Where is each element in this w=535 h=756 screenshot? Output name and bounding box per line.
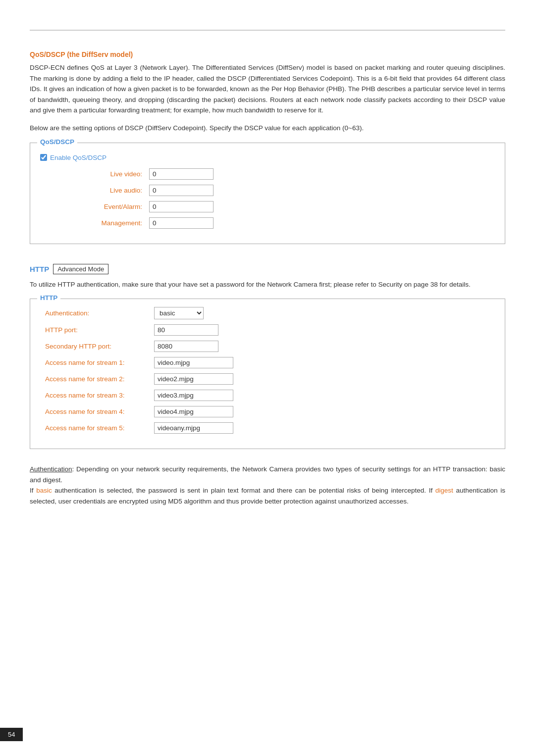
http-secondary-port-row: Secondary HTTP port:: [40, 341, 495, 352]
http-stream5-label: Access name for stream 5:: [40, 424, 154, 432]
http-stream1-input[interactable]: [154, 357, 233, 368]
http-stream2-row: Access name for stream 2:: [40, 373, 495, 385]
qos-management-row: Management:: [40, 217, 495, 229]
basic-highlight: basic: [36, 487, 52, 494]
qos-live-audio-label: Live audio:: [60, 187, 149, 194]
http-stream1-row: Access name for stream 1:: [40, 357, 495, 368]
http-authentication-select[interactable]: basic digest: [154, 307, 204, 319]
http-fieldset: HTTP Authentication: basic digest HTTP p…: [30, 299, 505, 449]
qos-live-audio-input[interactable]: [149, 185, 214, 196]
qos-section-title: QoS/DSCP (the DiffServ model): [30, 50, 505, 58]
http-stream5-row: Access name for stream 5:: [40, 422, 495, 434]
qos-event-alarm-label: Event/Alarm:: [60, 203, 149, 210]
http-stream4-row: Access name for stream 4:: [40, 406, 495, 417]
qos-management-input[interactable]: [149, 217, 214, 229]
http-authentication-label: Authentication:: [40, 309, 154, 317]
http-stream1-label: Access name for stream 1:: [40, 359, 154, 366]
http-secondary-port-label: Secondary HTTP port:: [40, 343, 154, 350]
http-stream3-row: Access name for stream 3:: [40, 390, 495, 401]
http-fieldset-legend: HTTP: [37, 294, 60, 302]
qos-event-alarm-row: Event/Alarm:: [40, 201, 495, 212]
http-port-input[interactable]: [154, 324, 218, 336]
http-port-row: HTTP port:: [40, 324, 495, 336]
enable-qos-label: Enable QoS/DSCP: [50, 154, 107, 161]
qos-live-audio-row: Live audio:: [40, 185, 495, 196]
qos-fieldset-legend: QoS/DSCP: [37, 138, 77, 146]
qos-fieldset: QoS/DSCP Enable QoS/DSCP Live video: Liv…: [30, 143, 505, 244]
page-number: 54: [0, 728, 23, 741]
qos-management-label: Management:: [60, 219, 149, 227]
qos-section: QoS/DSCP (the DiffServ model) DSCP-ECN d…: [30, 50, 505, 244]
qos-event-alarm-input[interactable]: [149, 201, 214, 212]
http-stream2-input[interactable]: [154, 373, 233, 385]
http-section: HTTP Advanced Mode To utilize HTTP authe…: [30, 264, 505, 507]
authentication-term: Authentication: [30, 465, 72, 473]
http-stream4-label: Access name for stream 4:: [40, 408, 154, 415]
http-stream5-input[interactable]: [154, 422, 233, 434]
qos-live-video-label: Live video:: [60, 170, 149, 178]
http-stream3-label: Access name for stream 3:: [40, 392, 154, 399]
top-divider: [30, 30, 505, 31]
http-stream2-label: Access name for stream 2:: [40, 375, 154, 383]
http-label: HTTP: [30, 265, 49, 273]
http-secondary-port-input[interactable]: [154, 341, 218, 352]
enable-qos-checkbox[interactable]: [40, 154, 47, 161]
http-stream4-input[interactable]: [154, 406, 233, 417]
qos-description-1: DSCP-ECN defines QoS at Layer 3 (Network…: [30, 62, 505, 116]
http-port-label: HTTP port:: [40, 326, 154, 334]
qos-live-video-row: Live video:: [40, 168, 495, 180]
advanced-mode-badge: Advanced Mode: [53, 264, 108, 274]
digest-highlight: digest: [435, 487, 453, 494]
bottom-text-line2-prefix: If: [30, 487, 36, 494]
bottom-text-block: Authentication: Depending on your networ…: [30, 464, 505, 506]
http-authentication-row: Authentication: basic digest: [40, 307, 495, 319]
enable-qos-row[interactable]: Enable QoS/DSCP: [40, 154, 495, 161]
bottom-text-line1: : Depending on your network security req…: [30, 465, 505, 484]
http-description: To utilize HTTP authentication, make sur…: [30, 279, 505, 290]
http-section-header: HTTP Advanced Mode: [30, 264, 505, 274]
http-stream3-input[interactable]: [154, 390, 233, 401]
qos-description-2: Below are the setting options of DSCP (D…: [30, 123, 505, 134]
bottom-text-line2-mid: authentication is selected, the password…: [52, 487, 435, 494]
qos-live-video-input[interactable]: [149, 168, 214, 180]
